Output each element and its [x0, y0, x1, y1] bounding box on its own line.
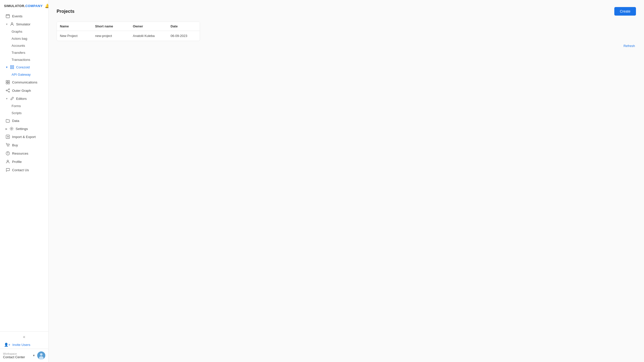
corezoid-icon [10, 65, 14, 69]
sidebar-item-contact-us-label: Contact Us [12, 168, 29, 172]
communications-icon [6, 80, 10, 84]
sidebar-item-api-gateway[interactable]: API Gateway [2, 71, 47, 78]
sidebar-item-forms[interactable]: Forms [2, 103, 47, 109]
sidebar-item-events[interactable]: Events [2, 12, 47, 20]
sidebar-item-simulator-label: Simulator [16, 22, 30, 26]
sidebar-item-resources[interactable]: Resources [2, 149, 47, 157]
chevron-down-icon: ▼ [6, 23, 8, 26]
chevron-down-editors-icon: ▼ [6, 97, 8, 100]
workspace-label: Workspace [3, 352, 30, 355]
sidebar-item-import-export-label: Import & Export [12, 135, 36, 139]
sidebar-item-resources-label: Resources [12, 152, 28, 155]
refresh-area: Refresh [57, 44, 636, 48]
svg-point-1 [11, 23, 13, 24]
sidebar-item-communications-label: Communications [12, 80, 37, 84]
cell-short-name: new-project [95, 34, 133, 38]
cell-owner: Anatolii Kuleba [133, 34, 171, 38]
svg-rect-6 [6, 80, 8, 82]
main-content: Projects Create Name Short name Owner Da… [49, 0, 644, 362]
workspace-dropdown-icon[interactable]: ▼ [32, 354, 35, 357]
svg-rect-7 [8, 80, 10, 82]
sidebar-item-graphs[interactable]: Graphs [2, 28, 47, 35]
sidebar-item-settings-label: Settings [16, 127, 28, 131]
logo-area: SIMULATOR.COMPANY 🔔 [0, 0, 48, 11]
logo-company: COMPANY [25, 4, 43, 8]
sidebar-item-buy[interactable]: Buy [2, 141, 47, 149]
invite-users-button[interactable]: 👤+ Invite Users [0, 341, 48, 349]
chevron-down-corezoid-icon: ▼ [6, 66, 8, 69]
svg-rect-5 [12, 68, 14, 69]
svg-rect-4 [10, 68, 12, 69]
notification-bell-icon[interactable]: 🔔 [45, 4, 49, 8]
profile-person-icon [6, 159, 10, 164]
simulator-icon [10, 22, 14, 26]
sidebar-item-import-export[interactable]: Import & Export [2, 133, 47, 141]
sidebar-item-profile[interactable]: Profile [2, 158, 47, 166]
chevron-right-settings-icon: ▶ [6, 127, 8, 130]
svg-rect-2 [10, 66, 12, 67]
sidebar-item-outer-graph-label: Outer Graph [12, 89, 31, 93]
workspace-name: Contact Center [3, 355, 30, 359]
contact-chat-icon [6, 168, 10, 172]
create-button[interactable]: Create [614, 7, 636, 16]
refresh-link[interactable]: Refresh [623, 44, 635, 48]
settings-gear-icon [10, 127, 14, 131]
sidebar-item-scripts[interactable]: Scripts [2, 110, 47, 116]
col-header-date: Date [171, 24, 200, 28]
editors-icon [10, 97, 14, 101]
sidebar-item-buy-label: Buy [12, 143, 18, 147]
sidebar: SIMULATOR.COMPANY 🔔 Events ▼ Simulator G… [0, 0, 49, 362]
logo-text: SIMULATOR.COMPANY [4, 4, 43, 8]
sidebar-item-corezoid-label: Corezoid [16, 65, 30, 69]
svg-rect-8 [6, 82, 8, 84]
sidebar-item-data-label: Data [12, 119, 19, 123]
sidebar-bottom: « 👤+ Invite Users Workspace Contact Cent… [0, 331, 48, 362]
svg-point-15 [7, 146, 8, 147]
svg-rect-0 [6, 15, 10, 18]
svg-point-21 [40, 353, 43, 356]
workspace-info: Workspace Contact Center [3, 352, 30, 359]
sidebar-item-outer-graph[interactable]: Outer Graph [2, 86, 47, 95]
svg-point-18 [8, 154, 8, 155]
sidebar-item-settings[interactable]: ▶ Settings [2, 125, 47, 132]
import-export-icon [6, 134, 10, 139]
col-header-name: Name [60, 24, 95, 28]
sidebar-item-transfers[interactable]: Transfers [2, 49, 47, 56]
outer-graph-icon [6, 88, 10, 93]
sidebar-item-data[interactable]: Data [2, 117, 47, 125]
buy-icon [6, 143, 10, 147]
sidebar-item-profile-label: Profile [12, 160, 22, 164]
table-header: Name Short name Owner Date [57, 22, 200, 31]
col-header-short-name: Short name [95, 24, 133, 28]
cell-date: 06-09-2023 [171, 34, 200, 38]
svg-point-10 [6, 90, 7, 91]
svg-point-13 [11, 128, 12, 129]
svg-rect-3 [12, 66, 14, 67]
svg-rect-9 [8, 82, 10, 84]
sidebar-item-transactions[interactable]: Transactions [2, 56, 47, 63]
sidebar-nav: Events ▼ Simulator Graphs Actors bag Acc… [0, 11, 48, 331]
logo-simulator: SIMULATOR. [4, 4, 25, 8]
projects-table: Name Short name Owner Date New Project n… [57, 22, 200, 41]
calendar-icon [6, 14, 10, 18]
table-row[interactable]: New Project new-project Anatolii Kuleba … [57, 31, 200, 41]
invite-icon: 👤+ [4, 343, 10, 347]
sidebar-item-communications[interactable]: Communications [2, 78, 47, 86]
svg-point-19 [7, 160, 9, 162]
resources-question-icon [6, 151, 10, 156]
sidebar-item-editors-label: Editors [16, 97, 27, 101]
collapse-sidebar-button[interactable]: « [0, 334, 48, 341]
sidebar-item-accounts[interactable]: Accounts [2, 42, 47, 49]
sidebar-item-actors-bag[interactable]: Actors bag [2, 35, 47, 42]
svg-point-12 [9, 91, 10, 92]
sidebar-item-events-label: Events [12, 14, 22, 18]
main-header: Projects Create [57, 7, 636, 16]
sidebar-item-corezoid[interactable]: ▼ Corezoid [2, 63, 47, 71]
avatar[interactable] [37, 351, 45, 359]
sidebar-item-editors[interactable]: ▼ Editors [2, 95, 47, 102]
sidebar-item-contact-us[interactable]: Contact Us [2, 166, 47, 174]
sidebar-item-simulator[interactable]: ▼ Simulator [2, 20, 47, 28]
page-title: Projects [57, 9, 74, 14]
data-folder-icon [6, 118, 10, 123]
workspace-section: Workspace Contact Center ▼ [0, 349, 48, 362]
